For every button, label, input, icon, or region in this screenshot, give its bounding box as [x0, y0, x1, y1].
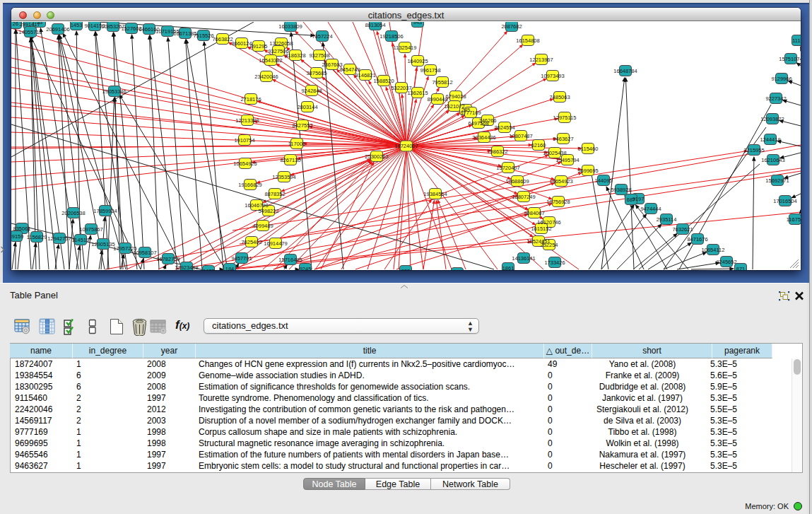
svg-text:2803144: 2803144: [297, 104, 317, 110]
svg-text:9327508: 9327508: [309, 52, 329, 59]
svg-text:144095: 144095: [594, 177, 612, 184]
svg-text:9961758: 9961758: [420, 67, 440, 74]
svg-text:1640925: 1640925: [407, 58, 428, 64]
svg-text:2718176: 2718176: [240, 96, 261, 103]
svg-text:1156829: 1156829: [27, 234, 47, 240]
svg-text:10975867: 10975867: [79, 226, 102, 233]
svg-text:5938928: 5938928: [611, 187, 631, 193]
svg-text:8471676: 8471676: [687, 236, 707, 243]
svg-text:12213389: 12213389: [235, 117, 259, 124]
svg-text:252254: 252254: [540, 242, 558, 248]
svg-text:16210643: 16210643: [761, 157, 784, 163]
svg-text:1733426: 1733426: [544, 259, 565, 266]
svg-text:29053346: 29053346: [102, 88, 126, 95]
svg-text:12093872: 12093872: [760, 116, 784, 122]
svg-text:9227342: 9227342: [765, 95, 786, 102]
svg-text:12975115: 12975115: [553, 115, 577, 121]
svg-text:1588520: 1588520: [373, 78, 394, 84]
svg-text:12353594: 12353594: [272, 174, 295, 180]
svg-text:12213967: 12213967: [529, 57, 553, 63]
svg-text:10958107: 10958107: [133, 250, 156, 256]
svg-text:9115460: 9115460: [578, 146, 599, 152]
svg-text:53: 53: [37, 22, 42, 25]
svg-text:8186328: 8186328: [285, 52, 305, 59]
svg-text:13226058: 13226058: [269, 40, 293, 47]
svg-text:7357224: 7357224: [312, 33, 332, 40]
svg-text:3215955: 3215955: [743, 147, 764, 153]
svg-text:15692971: 15692971: [765, 177, 789, 184]
svg-text:10756928: 10756928: [546, 199, 570, 205]
svg-text:8427552: 8427552: [292, 122, 312, 129]
svg-text:23420046: 23420046: [254, 74, 278, 80]
svg-text:8267130: 8267130: [280, 157, 300, 163]
svg-text:39159: 39159: [11, 233, 23, 240]
svg-text:9699695: 9699695: [577, 168, 598, 174]
svg-text:1362615: 1362615: [407, 90, 428, 96]
svg-text:835061: 835061: [13, 226, 30, 232]
svg-text:19166829: 19166829: [238, 182, 261, 188]
svg-text:307: 307: [453, 270, 462, 271]
svg-text:8878352: 8878352: [264, 191, 285, 197]
svg-text:16543382: 16543382: [259, 57, 282, 64]
svg-text:12905135: 12905135: [91, 241, 114, 247]
svg-text:18724007: 18724007: [394, 143, 418, 149]
svg-text:9472: 9472: [203, 268, 215, 271]
svg-text:9463627: 9463627: [553, 136, 573, 142]
svg-text:7485063: 7485063: [549, 94, 570, 100]
svg-text:19218506: 19218506: [379, 33, 403, 40]
svg-text:687: 687: [627, 197, 636, 203]
svg-text:3624554: 3624554: [494, 124, 514, 131]
svg-text:19384554: 19384554: [423, 191, 447, 197]
svg-text:12942757: 12942757: [47, 235, 71, 242]
svg-text:9129966: 9129966: [771, 76, 792, 82]
svg-text:9245: 9245: [300, 266, 312, 271]
svg-text:16120746: 16120746: [537, 219, 560, 226]
svg-text:6794028: 6794028: [445, 93, 466, 100]
svg-text:1861: 1861: [502, 265, 514, 271]
svg-text:16648784: 16648784: [613, 68, 637, 74]
svg-text:19654923: 19654923: [549, 178, 572, 185]
svg-text:10025438: 10025438: [543, 150, 566, 156]
svg-text:20691406: 20691406: [46, 26, 69, 33]
svg-text:4099489: 4099489: [252, 223, 273, 229]
svg-text:9084067: 9084067: [524, 210, 544, 216]
svg-text:10688609: 10688609: [505, 178, 529, 185]
svg-text:9146821: 9146821: [355, 72, 375, 78]
svg-text:1910754: 1910754: [234, 137, 254, 144]
svg-text:17859924: 17859924: [93, 208, 117, 214]
svg-text:20206538: 20206538: [61, 210, 85, 216]
svg-text:943: 943: [413, 22, 423, 25]
svg-text:1615152: 1615152: [531, 226, 551, 232]
svg-text:871: 871: [736, 266, 746, 271]
svg-text:16782759: 16782759: [156, 256, 180, 262]
svg-text:8990448: 8990448: [427, 96, 447, 103]
svg-text:9474444: 9474444: [640, 206, 661, 212]
svg-text:12923468: 12923468: [175, 264, 198, 271]
svg-text:26: 26: [13, 22, 18, 27]
svg-text:15495794: 15495794: [555, 157, 579, 163]
svg-text:7632621: 7632621: [672, 226, 693, 233]
svg-text:746266: 746266: [478, 117, 496, 124]
svg-text:8660124: 8660124: [231, 40, 252, 47]
svg-text:184: 184: [225, 266, 235, 271]
svg-text:10973493: 10973493: [541, 73, 564, 79]
svg-text:62160: 62160: [531, 142, 546, 148]
svg-text:5498222: 5498222: [258, 208, 278, 214]
svg-text:15751074: 15751074: [779, 56, 801, 62]
svg-text:9245652: 9245652: [716, 259, 736, 265]
svg-text:7663822: 7663822: [212, 36, 233, 42]
svg-text:116753: 116753: [787, 216, 801, 223]
svg-text:7955812: 7955812: [432, 79, 452, 86]
svg-text:2935114: 2935114: [657, 216, 677, 223]
svg-text:1244419: 1244419: [760, 136, 780, 143]
svg-text:114519: 114519: [72, 237, 89, 243]
svg-text:1453: 1453: [71, 22, 83, 28]
svg-text:15720407: 15720407: [496, 165, 519, 171]
svg-text:7515526: 7515526: [193, 33, 213, 39]
svg-text:8813054: 8813054: [365, 22, 385, 28]
svg-text:9457791: 9457791: [231, 255, 252, 262]
svg-text:11325419: 11325419: [394, 45, 417, 51]
svg-text:10807487: 10807487: [509, 133, 532, 139]
svg-text:1117: 1117: [792, 37, 801, 44]
svg-text:9777169: 9777169: [460, 110, 481, 116]
